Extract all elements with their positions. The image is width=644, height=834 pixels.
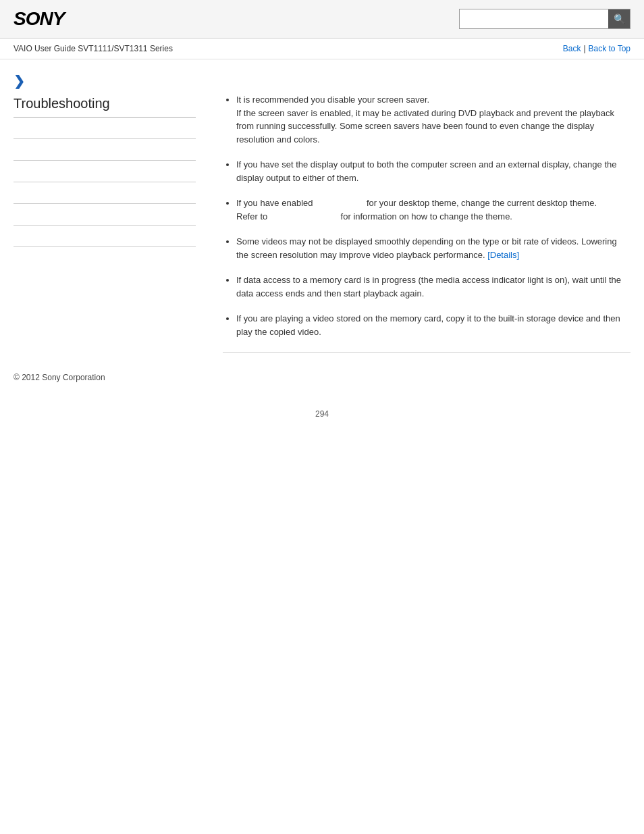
copyright-text: © 2012 Sony Corporation: [14, 373, 105, 382]
sidebar-link-3[interactable]: [14, 167, 16, 176]
sidebar-link-2[interactable]: [14, 145, 16, 155]
content-divider: [223, 352, 630, 353]
list-item: [14, 226, 196, 247]
list-item: [14, 139, 196, 161]
back-link[interactable]: Back: [563, 44, 581, 53]
bullet-list: It is recommended you disable your scree…: [223, 93, 630, 338]
page-footer: © 2012 Sony Corporation: [0, 359, 644, 389]
breadcrumb-arrow: ❯: [14, 73, 196, 89]
list-item: [14, 204, 196, 226]
list-item: [14, 118, 196, 139]
list-item: [14, 182, 196, 204]
guide-title: VAIO User Guide SVT1111/SVT1311 Series: [14, 44, 173, 53]
nav-links: Back | Back to Top: [563, 44, 630, 53]
sidebar-link-4[interactable]: [14, 188, 16, 198]
bullet-item-6: If you are playing a video stored on the…: [236, 312, 630, 338]
bullet-item-3: If you have enabled for your desktop the…: [236, 197, 630, 223]
sidebar: ❯ Troubleshooting: [14, 66, 209, 353]
bullet-item-2: If you have set the display output to bo…: [236, 158, 630, 184]
bullet-text-3: If you have enabled for your desktop the…: [236, 198, 597, 221]
nav-bar: VAIO User Guide SVT1111/SVT1311 Series B…: [0, 38, 644, 59]
details-link[interactable]: [Details]: [487, 250, 519, 260]
sidebar-title: Troubleshooting: [14, 96, 196, 118]
search-box: 🔍: [459, 9, 630, 29]
bullet-item-1: It is recommended you disable your scree…: [236, 93, 630, 146]
sidebar-links: [14, 118, 196, 247]
bullet-text-6: If you are playing a video stored on the…: [236, 313, 620, 337]
sidebar-link-1[interactable]: [14, 124, 16, 133]
nav-separator: |: [583, 44, 585, 53]
page-number: 294: [0, 389, 644, 439]
sony-logo: SONY: [14, 8, 64, 30]
content-area: It is recommended you disable your scree…: [209, 66, 630, 353]
bullet-text-4: Some videos may not be displayed smoothl…: [236, 236, 617, 260]
page-header: SONY 🔍: [0, 0, 644, 38]
bullet-item-5: If data access to a memory card is in pr…: [236, 273, 630, 300]
main-content: ❯ Troubleshooting It is recommended you …: [0, 59, 644, 359]
search-icon: 🔍: [614, 14, 625, 24]
search-button[interactable]: 🔍: [608, 9, 630, 28]
bullet-text-5: If data access to a memory card is in pr…: [236, 275, 621, 298]
sidebar-link-5[interactable]: [14, 210, 16, 219]
bullet-text-2: If you have set the display output to bo…: [236, 159, 616, 183]
search-input[interactable]: [460, 9, 608, 28]
bullet-text-1: It is recommended you disable your scree…: [236, 95, 614, 145]
sidebar-link-6[interactable]: [14, 232, 16, 241]
list-item: [14, 161, 196, 182]
bullet-item-4: Some videos may not be displayed smoothl…: [236, 235, 630, 261]
back-to-top-link[interactable]: Back to Top: [589, 44, 630, 53]
